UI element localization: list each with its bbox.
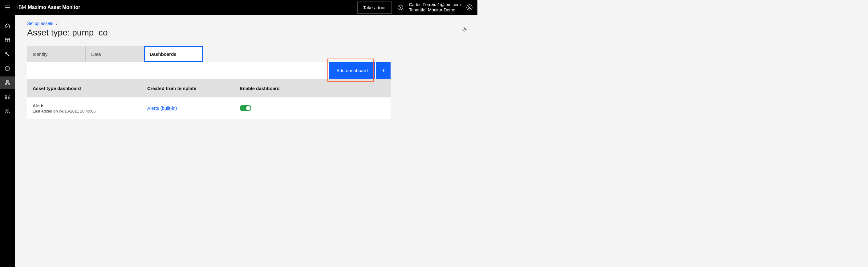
user-info: Carlos.Ferreira1@ibm.com TenantId: Monit…	[409, 2, 461, 13]
compass-icon	[5, 66, 10, 71]
take-tour-button[interactable]: Take a tour	[357, 2, 392, 13]
dashboard-icon	[5, 37, 10, 43]
blocks-icon	[5, 94, 10, 99]
svg-rect-15	[5, 84, 7, 85]
hamburger-icon	[4, 4, 10, 10]
cell-name: Alerts Last edited on 04/15/2021 20:40:0…	[27, 103, 147, 114]
breadcrumb-parent[interactable]: Set up assets	[27, 21, 53, 26]
menu-button[interactable]	[0, 0, 15, 15]
left-nav-rail	[0, 15, 15, 147]
page-title: Asset type: pump_co	[27, 28, 468, 38]
breadcrumb: Set up assets /	[27, 21, 468, 26]
tenant-label: TenantId: Monitor-Demo	[409, 7, 461, 13]
table-row: Alerts Last edited on 04/15/2021 20:40:0…	[27, 97, 391, 119]
page-content: Set up assets / Asset type: pump_co Iden…	[15, 15, 477, 119]
nav-dashboard[interactable]	[0, 34, 15, 46]
nav-home[interactable]	[0, 20, 15, 32]
tab-identity[interactable]: Identity	[27, 46, 86, 62]
svg-rect-17	[5, 95, 7, 96]
cell-enable	[240, 105, 391, 111]
gear-icon	[462, 27, 468, 32]
action-bar: Add dashboard +	[27, 62, 391, 79]
home-icon	[5, 23, 10, 29]
svg-point-23	[464, 29, 466, 30]
app-header: IBM Maximo Asset Monitor Take a tour Car…	[0, 0, 477, 15]
svg-point-21	[6, 110, 7, 111]
help-icon	[397, 4, 404, 10]
hierarchy-icon	[5, 80, 10, 85]
user-menu-button[interactable]	[466, 4, 472, 10]
users-icon	[5, 108, 10, 114]
header-right: Take a tour Carlos.Ferreira1@ibm.com Ten…	[357, 2, 472, 13]
user-email: Carlos.Ferreira1@ibm.com	[409, 2, 461, 8]
brand: IBM Maximo Asset Monitor	[17, 5, 81, 10]
page-settings-button[interactable]	[462, 27, 468, 33]
svg-rect-18	[8, 95, 9, 96]
help-button[interactable]	[397, 4, 404, 10]
tab-data[interactable]: Data	[86, 46, 144, 62]
nav-services[interactable]	[0, 91, 15, 103]
tab-label: Data	[91, 52, 101, 57]
tab-label: Identity	[33, 52, 48, 57]
template-link[interactable]: Alerts (built-in)	[147, 106, 177, 111]
svg-rect-20	[8, 97, 9, 99]
dashboard-meta: Last edited on 04/15/2021 20:40:06	[33, 109, 147, 114]
avatar-icon	[466, 4, 472, 11]
svg-line-12	[7, 54, 8, 55]
nav-explore[interactable]	[0, 62, 15, 75]
svg-point-6	[468, 6, 470, 7]
table-header: Asset type dashboard Created from templa…	[27, 79, 391, 97]
col-header-enable: Enable dashboard	[240, 86, 391, 91]
add-dashboard-plus-button[interactable]: +	[376, 62, 391, 79]
col-header-name: Asset type dashboard	[27, 86, 147, 91]
col-header-template: Created from template	[147, 86, 240, 91]
dashboards-panel: Add dashboard + Asset type dashboard Cre…	[27, 62, 391, 119]
check-icon	[247, 107, 250, 110]
svg-point-4	[400, 9, 401, 9]
tab-label: Dashboards	[150, 52, 177, 57]
cell-template: Alerts (built-in)	[147, 106, 240, 111]
connect-icon	[5, 52, 10, 57]
dashboard-name: Alerts	[33, 103, 147, 108]
svg-rect-16	[8, 84, 9, 85]
nav-connect[interactable]	[0, 48, 15, 60]
tab-dashboards[interactable]: Dashboards	[144, 46, 203, 62]
svg-rect-14	[6, 81, 8, 82]
nav-users[interactable]	[0, 105, 15, 117]
add-dashboard-button[interactable]: Add dashboard	[329, 62, 375, 79]
tabs: Identity Data Dashboards	[27, 46, 468, 62]
breadcrumb-separator: /	[56, 21, 58, 26]
svg-rect-19	[5, 97, 7, 99]
enable-toggle[interactable]	[240, 105, 251, 111]
brand-prefix: IBM	[17, 5, 26, 10]
brand-product: Maximo Asset Monitor	[28, 5, 80, 10]
nav-setup[interactable]	[0, 77, 15, 89]
svg-point-22	[8, 110, 9, 111]
